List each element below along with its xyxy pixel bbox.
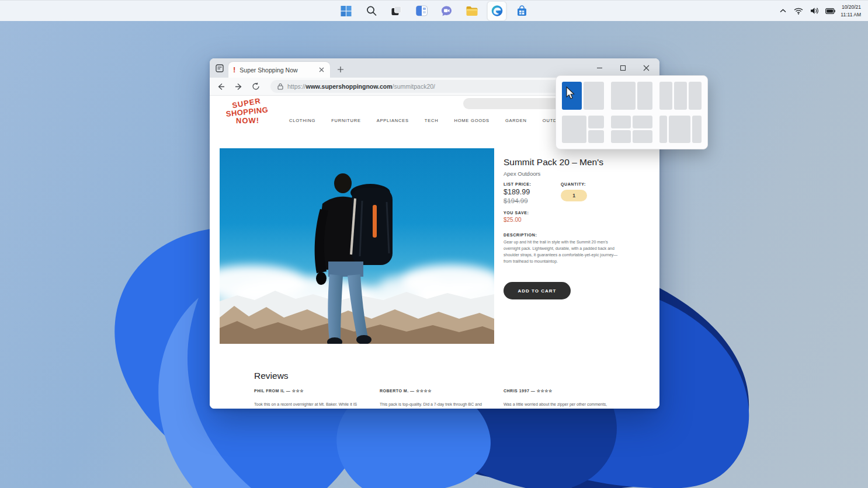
snap-cell-top-left[interactable] (611, 116, 631, 128)
file-explorer-icon[interactable] (463, 2, 481, 20)
snap-cell-wide-left[interactable] (611, 82, 636, 110)
new-tab-button[interactable] (335, 64, 346, 75)
minimize-button[interactable] (592, 61, 607, 75)
snap-layout-half-plus-stacked[interactable] (562, 116, 604, 144)
tray-date: 10/20/21 (841, 4, 861, 11)
url-text: https://www.supershoppingnow.com/summitp… (287, 83, 435, 90)
forward-arrow-icon[interactable] (233, 81, 244, 92)
chat-icon[interactable] (438, 2, 456, 20)
window-controls (592, 61, 654, 75)
site-logo[interactable]: SUPER SHOPPING NOW! (220, 97, 275, 127)
old-price: $194.99 (504, 197, 531, 204)
snap-cell-narrow-right[interactable] (692, 116, 702, 144)
you-save-value: $25.00 (504, 217, 529, 223)
search-icon[interactable] (362, 2, 381, 20)
tab-title: Super Shopping Now (239, 67, 313, 74)
nav-appliances[interactable]: APPLIANCES (377, 118, 409, 123)
nav-home-goods[interactable]: HOME GOODS (454, 118, 489, 123)
mouse-cursor (565, 86, 576, 100)
snap-cell-right-top[interactable] (588, 116, 603, 128)
tab-close-icon[interactable] (317, 66, 325, 74)
store-icon[interactable] (513, 2, 532, 20)
system-tray: 10/20/21 11:11 AM (777, 4, 864, 19)
product-brand: Apex Outdoors (504, 170, 626, 177)
review-preview: Was a little worried about the zipper pe… (504, 402, 616, 408)
snap-cell-top-right[interactable] (633, 116, 652, 128)
speaker-icon[interactable] (809, 6, 820, 16)
tab-favicon-exclamation-icon: ! (233, 66, 235, 74)
review-card: CHRIS 1997 — ☆☆☆☆ Was a little worried a… (504, 389, 616, 408)
snap-cell-bottom-left[interactable] (611, 130, 631, 143)
quantity-label: QUANTITY: (561, 182, 602, 186)
nav-garden[interactable]: GARDEN (505, 118, 527, 123)
nav-tech[interactable]: TECH (425, 118, 439, 123)
snap-cell-bottom-right[interactable] (633, 130, 652, 143)
desktop: ! Super Shopping Now (0, 0, 868, 488)
review-preview: Took this on a recent overnighter at Mt.… (254, 402, 366, 408)
description-block: DESCRIPTION: Gear up and hit the trail i… (504, 233, 620, 264)
product-title: Summit Pack 20 – Men's (504, 157, 626, 168)
quantity-stepper[interactable]: 1 (561, 190, 587, 201)
snap-cell-right-bottom[interactable] (588, 130, 603, 143)
review-author-rating: PHIL FROM IL — ☆☆☆ (254, 389, 366, 393)
review-card: PHIL FROM IL — ☆☆☆ Took this on a recent… (254, 389, 366, 408)
chevron-up-icon[interactable] (777, 6, 788, 16)
product-image (220, 148, 494, 344)
you-save-label: YOU SAVE: (504, 211, 529, 215)
you-save-block: YOU SAVE: $25.00 (504, 211, 529, 223)
snap-cell-narrow-right[interactable] (637, 82, 652, 110)
review-card: ROBERTO M. — ☆☆☆☆ This pack is top-quali… (380, 389, 492, 408)
product-details: Summit Pack 20 – Men's Apex Outdoors (504, 157, 626, 177)
start-button-icon[interactable] (337, 2, 356, 20)
taskbar-center-icons (337, 2, 532, 20)
browser-tab[interactable]: ! Super Shopping Now (228, 62, 330, 78)
wifi-icon[interactable] (793, 6, 804, 16)
snap-cell-wide-middle[interactable] (669, 116, 691, 144)
task-view-icon[interactable] (387, 2, 406, 20)
snap-layouts-flyout (555, 75, 708, 149)
description-text: Gear up and hit the trail in style with … (504, 239, 620, 264)
nav-clothing[interactable]: CLOTHING (289, 118, 315, 123)
description-label: DESCRIPTION: (504, 233, 620, 237)
snap-layout-quad-grid[interactable] (611, 116, 653, 144)
review-author-rating: ROBERTO M. — ☆☆☆☆ (380, 389, 492, 393)
lock-icon (277, 83, 283, 90)
snap-cell-col2[interactable] (674, 82, 687, 110)
snap-cell-col3[interactable] (689, 82, 702, 110)
tray-time: 11:11 AM (841, 11, 861, 19)
refresh-icon[interactable] (251, 81, 261, 92)
edge-icon[interactable] (488, 2, 506, 20)
snap-layout-three-columns[interactable] (659, 82, 702, 110)
review-preview: This pack is top-quality. Did a 7-day tr… (380, 402, 492, 408)
taskbar-clock[interactable]: 10/20/21 11:11 AM (841, 4, 864, 19)
snap-layout-wide-left[interactable] (611, 82, 653, 110)
back-arrow-icon[interactable] (216, 81, 226, 92)
tab-actions-icon[interactable] (214, 63, 225, 74)
widgets-icon[interactable] (412, 2, 431, 20)
snap-cell-col1[interactable] (659, 82, 672, 110)
quantity-block: QUANTITY: 1 (561, 182, 602, 201)
site-nav: CLOTHING FURNITURE APPLIANCES TECH HOME … (289, 118, 568, 123)
snap-cell-left-full[interactable] (562, 116, 586, 144)
snap-layout-narrow-wide-narrow[interactable] (659, 116, 702, 144)
list-price-label: LIST PRICE: (504, 182, 531, 186)
price-block: LIST PRICE: $189.99 $194.99 (504, 182, 531, 204)
review-author-rating: CHRIS 1997 — ☆☆☆☆ (504, 389, 616, 393)
reviews-heading: Reviews (254, 371, 289, 381)
battery-icon[interactable] (825, 6, 835, 16)
current-price: $189.99 (504, 188, 531, 196)
maximize-button[interactable] (615, 61, 630, 75)
nav-furniture[interactable]: FURNITURE (331, 118, 361, 123)
snap-cell-right-half[interactable] (584, 82, 603, 110)
close-window-button[interactable] (638, 61, 654, 75)
add-to-cart-button[interactable]: ADD TO CART (504, 282, 571, 299)
snap-cell-narrow-left[interactable] (659, 116, 666, 144)
